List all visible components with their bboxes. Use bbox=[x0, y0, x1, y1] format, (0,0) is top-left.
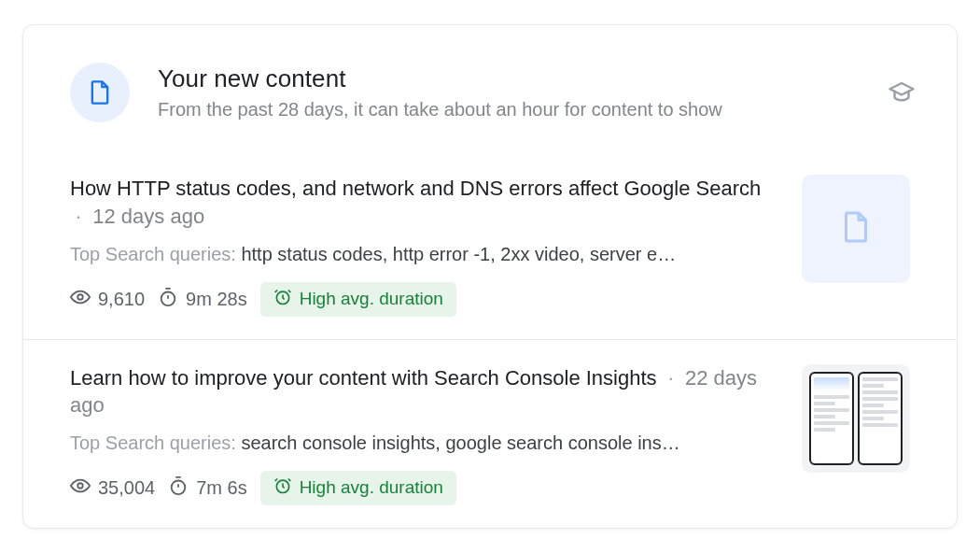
card-subtitle: From the past 28 days, it can take about… bbox=[158, 99, 860, 121]
duration-value: 9m 28s bbox=[186, 289, 247, 310]
document-icon bbox=[70, 63, 130, 122]
duration-metric: 9m 28s bbox=[158, 287, 247, 312]
badge-label: High avg. duration bbox=[300, 477, 443, 498]
duration-badge: High avg. duration bbox=[260, 471, 456, 505]
item-thumbnail bbox=[802, 175, 910, 283]
item-title-line: How HTTP status codes, and network and D… bbox=[70, 175, 776, 230]
screenshot-placeholder bbox=[809, 372, 903, 465]
item-queries: Top Search queries: http status codes, h… bbox=[70, 244, 776, 265]
alarm-icon bbox=[273, 476, 292, 500]
separator-dot: · bbox=[668, 366, 674, 390]
eye-icon bbox=[70, 475, 91, 501]
learn-icon[interactable] bbox=[888, 78, 916, 106]
card-header: Your new content From the past 28 days, … bbox=[23, 25, 957, 150]
card-title: Your new content bbox=[158, 64, 860, 93]
item-thumbnail bbox=[802, 364, 910, 473]
document-icon bbox=[839, 210, 873, 248]
svg-point-4 bbox=[172, 480, 186, 494]
badge-label: High avg. duration bbox=[300, 289, 443, 309]
eye-icon bbox=[70, 287, 91, 312]
item-title: How HTTP status codes, and network and D… bbox=[70, 177, 761, 200]
stopwatch-icon bbox=[168, 475, 189, 501]
views-metric: 9,610 bbox=[70, 287, 145, 312]
views-value: 35,004 bbox=[98, 477, 155, 499]
queries-value: http status codes, http error -1, 2xx vi… bbox=[241, 244, 676, 264]
stopwatch-icon bbox=[158, 287, 178, 312]
queries-value: search console insights, google search c… bbox=[241, 432, 679, 453]
views-metric: 35,004 bbox=[70, 475, 155, 501]
alarm-icon bbox=[273, 288, 292, 311]
item-title: Learn how to improve your content with S… bbox=[70, 366, 657, 390]
duration-value: 7m 6s bbox=[196, 477, 246, 499]
content-item[interactable]: How HTTP status codes, and network and D… bbox=[23, 150, 957, 338]
svg-point-3 bbox=[77, 483, 83, 489]
queries-label: Top Search queries: bbox=[70, 244, 241, 264]
views-value: 9,610 bbox=[98, 289, 145, 310]
new-content-card: Your new content From the past 28 days, … bbox=[22, 24, 958, 529]
duration-badge: High avg. duration bbox=[260, 282, 456, 317]
separator-dot: · bbox=[76, 205, 81, 228]
duration-metric: 7m 6s bbox=[168, 475, 246, 501]
content-item[interactable]: Learn how to improve your content with S… bbox=[23, 339, 957, 528]
item-queries: Top Search queries: search console insig… bbox=[70, 432, 776, 454]
svg-point-0 bbox=[77, 294, 83, 300]
item-age: 12 days ago bbox=[92, 205, 204, 228]
queries-label: Top Search queries: bbox=[70, 432, 241, 453]
item-title-line: Learn how to improve your content with S… bbox=[70, 364, 776, 419]
